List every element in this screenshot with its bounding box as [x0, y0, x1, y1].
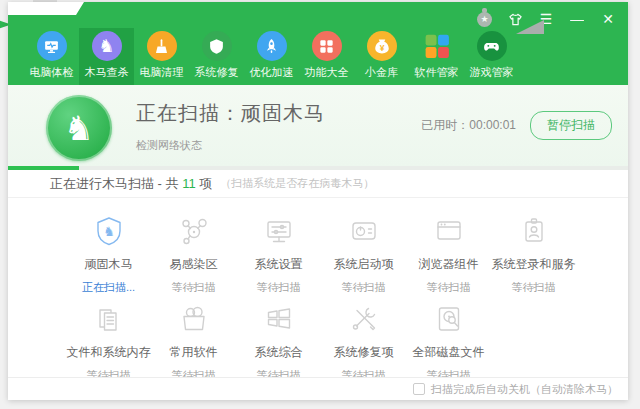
scan-items-grid: ♞顽固木马正在扫描...易感染区等待扫描系统设置等待扫描系统启动项等待扫描浏览器… [8, 198, 628, 377]
auto-shutdown-checkbox[interactable] [413, 383, 425, 395]
windows-icon [262, 302, 296, 336]
svg-text:♞: ♞ [103, 224, 115, 239]
scan-item-label: 易感染区 [170, 256, 218, 273]
trojan-horse-icon: ♞ [46, 95, 112, 161]
tab-木马查杀[interactable]: ♞木马查杀 [79, 28, 134, 85]
monitor-settings-icon [262, 214, 296, 248]
tab-电脑清理[interactable]: 电脑清理 [134, 28, 189, 85]
scan-item-label: 全部磁盘文件 [413, 344, 485, 361]
tab-label: 电脑清理 [140, 65, 184, 80]
disk-icon [432, 302, 466, 336]
scan-status-panel: ♞ 正在扫描：顽固木马 检测网络状态 已用时：00:00:01 暂停扫描 [8, 85, 628, 166]
tools-icon [347, 302, 381, 336]
scan-item-常用软件: 常用软件等待扫描 [151, 302, 236, 384]
scan-item-label: 系统综合 [255, 344, 303, 361]
tab-label: 软件管家 [415, 65, 459, 80]
scan-item-label: 顽固木马 [85, 256, 133, 273]
app-window: ★☰—✕ 电脑体检♞木马查杀电脑清理系统修复优化加速功能大全¥小金库软件管家游戏… [8, 2, 628, 400]
skin-shirt-icon[interactable] [507, 9, 523, 29]
scan-item-浏览器组件: 浏览器组件等待扫描 [406, 214, 491, 296]
tab-优化加速[interactable]: 优化加速 [244, 28, 299, 85]
tab-label: 系统修复 [195, 65, 239, 80]
minimize-icon[interactable]: — [569, 9, 585, 29]
tab-功能大全[interactable]: 功能大全 [299, 28, 354, 85]
shield-horse-icon: ♞ [92, 214, 126, 248]
close-icon[interactable]: ✕ [600, 9, 616, 29]
id-badge-icon [517, 214, 551, 248]
scan-item-count: 11 [182, 176, 196, 191]
shield-icon [202, 31, 232, 61]
main-nav-tabs: 电脑体检♞木马查杀电脑清理系统修复优化加速功能大全¥小金库软件管家游戏管家 [24, 28, 519, 85]
tab-label: 小金库 [365, 65, 398, 80]
tab-电脑体检[interactable]: 电脑体检 [24, 28, 79, 85]
tab-label: 木马查杀 [85, 65, 129, 80]
auto-shutdown-label: 扫描完成后自动关机（自动清除木马） [431, 382, 618, 397]
tab-label: 游戏管家 [470, 65, 514, 80]
tab-label: 优化加速 [250, 65, 294, 80]
scan-item-status: 正在扫描... [82, 280, 135, 295]
scan-item-文件和系统内存: 文件和系统内存等待扫描 [66, 302, 151, 384]
scan-item-status: 等待扫描 [512, 280, 556, 295]
tab-小金库[interactable]: ¥小金库 [354, 28, 409, 85]
scan-item-status: 等待扫描 [257, 280, 301, 295]
scan-item-status: 等待扫描 [172, 280, 216, 295]
pause-scan-button[interactable]: 暂停扫描 [530, 111, 612, 140]
medal-icon[interactable]: ★ [477, 12, 492, 27]
tab-系统修复[interactable]: 系统修复 [189, 28, 244, 85]
status-hint: （扫描系统是否存在病毒木马） [220, 176, 374, 191]
scan-item-系统修复项: 系统修复项等待扫描 [321, 302, 406, 384]
gamepad-icon [477, 31, 507, 61]
scan-subtitle: 检测网络状态 [136, 138, 325, 153]
broom-icon [147, 31, 177, 61]
scan-item-status: 等待扫描 [342, 280, 386, 295]
software-box-icon [177, 302, 211, 336]
scan-item-系统设置: 系统设置等待扫描 [236, 214, 321, 296]
colorgrid-icon [422, 31, 452, 61]
scan-item-label: 系统登录和服务 [492, 256, 576, 273]
footer-bar: 扫描完成后自动关机（自动清除木马） [8, 377, 628, 400]
scan-item-label: 系统设置 [255, 256, 303, 273]
scan-item-label: 文件和系统内存 [67, 344, 151, 361]
scan-item-label: 系统修复项 [334, 344, 394, 361]
scan-item-全部磁盘文件: 全部磁盘文件等待扫描 [406, 302, 491, 384]
scan-item-label: 浏览器组件 [419, 256, 479, 273]
tab-label: 功能大全 [305, 65, 349, 80]
scan-item-系统综合: 系统综合等待扫描 [236, 302, 321, 384]
browser-icon [432, 214, 466, 248]
scan-item-status: 等待扫描 [427, 280, 471, 295]
tab-label: 电脑体检 [30, 65, 74, 80]
scan-item-系统登录和服务: 系统登录和服务等待扫描 [491, 214, 576, 296]
scan-item-label: 系统启动项 [334, 256, 394, 273]
status-text: 正在进行木马扫描 - 共 11 项 [50, 175, 212, 193]
titlebar-controls: ★☰—✕ [477, 9, 616, 29]
scan-item-顽固木马: ♞顽固木马正在扫描... [66, 214, 151, 296]
scan-title: 正在扫描：顽固木马 [136, 100, 325, 127]
rocket-icon [257, 31, 287, 61]
horse-icon: ♞ [92, 31, 122, 61]
virus-icon [177, 214, 211, 248]
scan-item-label: 常用软件 [170, 344, 218, 361]
files-icon [92, 302, 126, 336]
scan-item-系统启动项: 系统启动项等待扫描 [321, 214, 406, 296]
tab-游戏管家[interactable]: 游戏管家 [464, 28, 519, 85]
scan-item-易感染区: 易感染区等待扫描 [151, 214, 236, 296]
elapsed-time: 已用时：00:00:01 [421, 117, 516, 134]
power-icon [347, 214, 381, 248]
scan-status-line: 正在进行木马扫描 - 共 11 项 （扫描系统是否存在病毒木马） [8, 170, 628, 198]
coin-icon: ¥ [367, 31, 397, 61]
tab-软件管家[interactable]: 软件管家 [409, 28, 464, 85]
app-header: ★☰—✕ 电脑体检♞木马查杀电脑清理系统修复优化加速功能大全¥小金库软件管家游戏… [8, 2, 628, 85]
grid-icon [312, 31, 342, 61]
monitor-pulse-icon [37, 31, 67, 61]
svg-text:¥: ¥ [379, 43, 384, 53]
